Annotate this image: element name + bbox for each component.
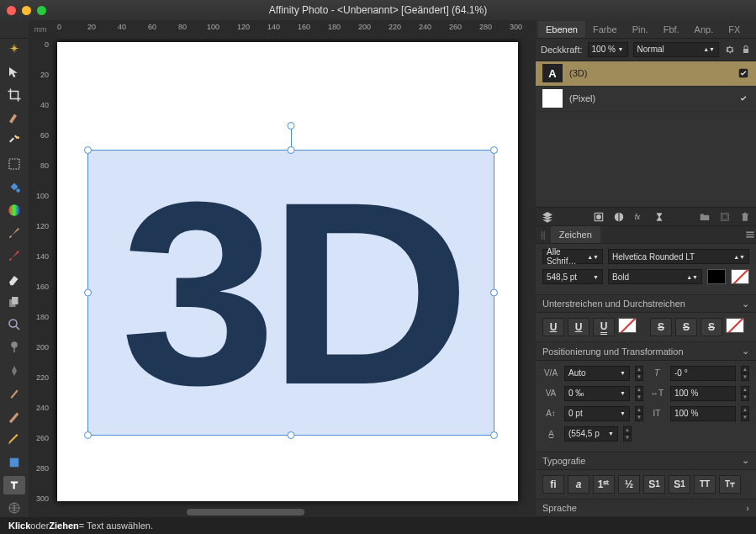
section-language-header[interactable]: Sprache ›: [536, 500, 756, 517]
vscale-field[interactable]: 100 %: [670, 406, 736, 421]
ruler-horizontal[interactable]: 0 20 40 60 80 100 120 140 160 180 200 22…: [52, 20, 536, 39]
add-layer-icon[interactable]: [719, 211, 731, 223]
font-filter-dropdown[interactable]: Alle Schrif…▲▼: [542, 249, 603, 264]
adjustment-icon[interactable]: [613, 211, 625, 223]
strike-color[interactable]: [726, 318, 744, 333]
view-tool[interactable]: [3, 40, 25, 58]
lock-icon[interactable]: [741, 44, 751, 56]
shear-stepper[interactable]: ▲▼: [741, 366, 749, 381]
strike2-btn[interactable]: S: [675, 318, 697, 336]
zoom-tool[interactable]: [3, 315, 25, 333]
flood-fill-tool[interactable]: [3, 178, 25, 196]
marquee-tool[interactable]: [3, 155, 25, 172]
gear-icon[interactable]: [724, 44, 736, 56]
smallcaps-btn[interactable]: Tᴛ: [719, 475, 741, 494]
handle-nw[interactable]: [84, 146, 92, 154]
tab-zeichen[interactable]: Zeichen: [551, 226, 600, 243]
burn-tool[interactable]: [3, 362, 25, 379]
smudge-tool[interactable]: [3, 384, 25, 402]
horizontal-scrollbar[interactable]: [52, 507, 536, 517]
layers-icon[interactable]: [541, 210, 554, 224]
leading-field[interactable]: (554,5 p▼: [564, 426, 618, 441]
text-selection-box[interactable]: 3D: [87, 150, 494, 436]
pen-tool[interactable]: [3, 431, 25, 448]
gradient-tool[interactable]: [3, 201, 25, 219]
tab-farbe[interactable]: Farbe: [585, 21, 625, 38]
layer-3d-text[interactable]: A (3D): [536, 61, 756, 87]
fraction-btn[interactable]: ½: [618, 475, 640, 494]
tracking-stepper[interactable]: ▲▼: [635, 386, 643, 401]
crop-tool[interactable]: [3, 87, 25, 104]
handle-s[interactable]: [288, 431, 295, 439]
blend-mode-dropdown[interactable]: Normal▲▼: [633, 42, 719, 57]
vscale-stepper[interactable]: ▲▼: [741, 406, 749, 421]
ligature-disc-btn[interactable]: a: [568, 475, 589, 494]
tab-anpassung[interactable]: Anp.: [687, 21, 722, 38]
baseline-field[interactable]: 0 pt▼: [564, 406, 630, 421]
handle-n[interactable]: [288, 146, 295, 154]
superscript-btn[interactable]: S1: [643, 475, 665, 494]
handle-ne[interactable]: [490, 146, 498, 154]
double-strike-btn[interactable]: S: [700, 318, 722, 336]
opacity-field[interactable]: 100 %▼: [588, 42, 628, 57]
hscale-stepper[interactable]: ▲▼: [741, 386, 749, 401]
kerning-stepper[interactable]: ▲▼: [635, 366, 643, 381]
fx-icon[interactable]: fx: [633, 211, 645, 223]
rectangle-tool[interactable]: [3, 453, 25, 471]
baseline-stepper[interactable]: ▲▼: [635, 406, 643, 421]
strike-btn[interactable]: S: [650, 318, 672, 336]
tab-fbf[interactable]: Fbf.: [656, 21, 687, 38]
section-position-header[interactable]: Positionierung und Transformation ⌄: [536, 342, 756, 360]
subscript-btn[interactable]: S1: [669, 475, 690, 494]
font-weight-dropdown[interactable]: Bold▲▼: [608, 269, 702, 284]
font-size-field[interactable]: 548,5 pt▼: [542, 269, 603, 284]
minimize-window-button[interactable]: [22, 6, 31, 15]
layer-pixel[interactable]: (Pixel): [536, 87, 756, 112]
hourglass-icon[interactable]: [653, 211, 665, 223]
tab-pinsel[interactable]: Pin.: [625, 21, 656, 38]
close-window-button[interactable]: [7, 6, 16, 15]
text-bg-swatch[interactable]: [731, 269, 749, 284]
text-color-swatch[interactable]: [707, 269, 726, 284]
ordinal-btn[interactable]: 1ˢᵗ: [593, 475, 615, 494]
dodge-tool[interactable]: [3, 339, 25, 357]
font-family-dropdown[interactable]: Helvetica Rounded LT▲▼: [608, 249, 749, 264]
shear-field[interactable]: -0 °: [670, 366, 736, 381]
paintbrush-tool[interactable]: [3, 224, 25, 241]
tab-ebenen[interactable]: Ebenen: [538, 21, 585, 38]
mask-icon[interactable]: [593, 211, 605, 223]
selection-brush-tool[interactable]: [3, 109, 25, 127]
mesh-warp-tool[interactable]: [3, 408, 25, 426]
allcaps-btn[interactable]: TT: [694, 475, 716, 494]
zoom-window-button[interactable]: [37, 6, 46, 15]
layer-visible-checkbox[interactable]: [737, 93, 749, 104]
section-typo-header[interactable]: Typografie ⌄: [536, 452, 756, 470]
underline2-btn[interactable]: U: [568, 318, 589, 336]
tab-fx[interactable]: FX: [721, 21, 748, 38]
handle-e[interactable]: [490, 289, 498, 297]
handle-w[interactable]: [84, 289, 92, 297]
panel-menu-icon[interactable]: [744, 229, 756, 241]
trash-icon[interactable]: [739, 211, 751, 223]
color-replace-tool[interactable]: [3, 247, 25, 265]
ligature-std-btn[interactable]: fi: [542, 475, 564, 494]
canvas-text-3d[interactable]: 3D: [72, 151, 510, 436]
underline-color[interactable]: [618, 318, 637, 333]
ruler-vertical[interactable]: 0 20 40 60 80 100 120 140 160 180 200 22…: [29, 39, 52, 507]
inpainting-tool[interactable]: [3, 132, 25, 150]
folder-icon[interactable]: [699, 211, 711, 223]
section-underline-header[interactable]: Unterstreichen und Durchstreichen ⌄: [536, 295, 756, 313]
underline-btn[interactable]: U: [542, 318, 564, 336]
layer-visible-checkbox[interactable]: [737, 67, 749, 79]
move-tool[interactable]: [3, 63, 25, 81]
horizontal-scrollbar-thumb[interactable]: [187, 509, 304, 515]
hscale-field[interactable]: 100 %: [670, 386, 736, 401]
clone-tool[interactable]: [3, 293, 25, 310]
canvas-viewport[interactable]: 3D: [52, 39, 536, 507]
handle-sw[interactable]: [84, 431, 92, 439]
kerning-field[interactable]: Auto▼: [564, 366, 630, 381]
double-underline-btn[interactable]: U: [593, 318, 615, 336]
ruler-unit[interactable]: mm: [29, 20, 52, 39]
leading-stepper[interactable]: ▲▼: [623, 426, 632, 441]
artistic-text-tool[interactable]: [3, 476, 25, 494]
